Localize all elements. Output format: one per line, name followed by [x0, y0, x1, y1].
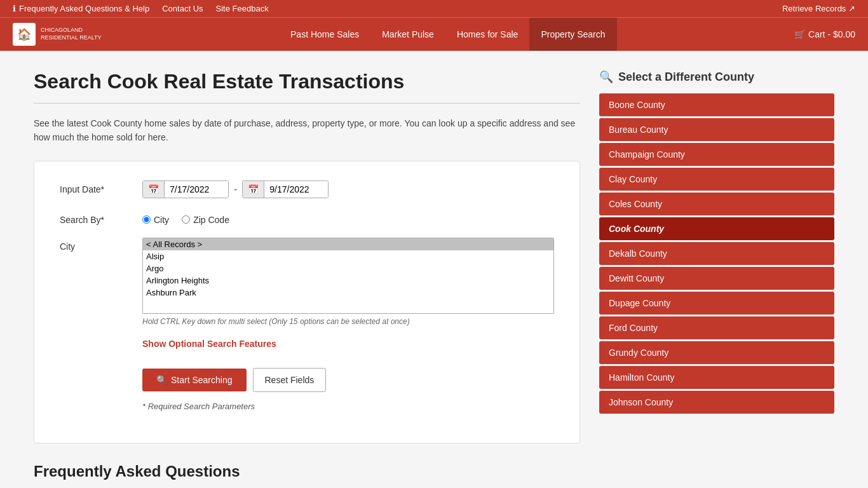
radio-city-text: City — [154, 215, 169, 225]
radio-city-label[interactable]: City — [142, 215, 169, 225]
search-button[interactable]: 🔍 Start Searching — [142, 369, 247, 391]
nav-property-search[interactable]: Property Search — [529, 18, 616, 51]
logo-icon: 🏠 — [13, 23, 36, 46]
city-row: City < All Records > Alsip Argo Arlingto… — [60, 238, 554, 326]
city-option-all[interactable]: < All Records > — [143, 238, 553, 250]
county-dekalb[interactable]: Dekalb County — [599, 242, 834, 265]
county-boone[interactable]: Boone County — [599, 93, 834, 116]
faq-link[interactable]: Frequently Asked Questions & Help — [19, 4, 149, 13]
contact-link[interactable]: Contact Us — [162, 4, 203, 13]
county-hamilton[interactable]: Hamilton County — [599, 366, 834, 389]
nav-homes-for-sale[interactable]: Homes for Sale — [445, 18, 529, 51]
nav-market-pulse[interactable]: Market Pulse — [370, 18, 445, 51]
cart-label: Cart - $0.00 — [808, 29, 855, 39]
faq-link-wrapper: ℹ Frequently Asked Questions & Help — [13, 4, 149, 13]
county-cook[interactable]: Cook County — [599, 217, 834, 240]
county-list: Boone County Bureau County Champaign Cou… — [599, 93, 834, 414]
radio-group: City Zip Code — [142, 211, 554, 225]
search-by-label: Search By* — [60, 211, 142, 225]
button-controls: 🔍 Start Searching Reset Fields * Require… — [142, 362, 554, 411]
radio-zip-text: Zip Code — [193, 215, 229, 225]
city-label: City — [60, 238, 142, 252]
date-from-input[interactable] — [165, 181, 228, 198]
date-range: 📅 - 📅 — [142, 180, 554, 198]
logo: 🏠 CHICAGOLAND RESIDENTIAL REALTY — [13, 18, 102, 51]
city-select[interactable]: < All Records > Alsip Argo Arlington Hei… — [142, 238, 554, 314]
content-wrapper: Search Cook Real Estate Transactions See… — [21, 51, 847, 488]
optional-row: Show Optional Search Features — [60, 339, 554, 349]
search-button-label: Start Searching — [171, 375, 233, 385]
top-bar-left: ℹ Frequently Asked Questions & Help Cont… — [13, 4, 269, 13]
required-note: * Required Search Parameters — [142, 402, 554, 411]
search-by-controls: City Zip Code — [142, 211, 554, 225]
retrieve-records-link[interactable]: Retrieve Records — [782, 4, 846, 13]
nav-links: Past Home Sales Market Pulse Homes for S… — [279, 18, 617, 51]
button-row: 🔍 Start Searching Reset Fields * Require… — [60, 362, 554, 411]
optional-link[interactable]: Show Optional Search Features — [142, 339, 276, 349]
info-icon: ℹ — [13, 4, 16, 13]
faq-title: Frequently Asked Questions — [34, 463, 580, 480]
date-row: Input Date* 📅 - 📅 — [60, 180, 554, 198]
retrieve-records-wrapper: Retrieve Records ↗ — [782, 4, 855, 13]
search-by-row: Search By* City Zip Code — [60, 211, 554, 225]
radio-zip-input[interactable] — [182, 215, 190, 224]
radio-zip-label[interactable]: Zip Code — [182, 215, 229, 225]
search-icon: 🔍 — [156, 375, 167, 385]
top-bar: ℹ Frequently Asked Questions & Help Cont… — [0, 0, 868, 17]
search-form: Input Date* 📅 - 📅 — [34, 161, 580, 444]
date-separator: - — [234, 184, 237, 195]
radio-city-input[interactable] — [142, 215, 151, 224]
county-coles[interactable]: Coles County — [599, 193, 834, 215]
city-controls: < All Records > Alsip Argo Arlington Hei… — [142, 238, 554, 326]
feedback-link[interactable]: Site Feedback — [216, 4, 269, 13]
calendar-from-icon: 📅 — [143, 181, 165, 198]
city-option-alsip[interactable]: Alsip — [143, 250, 553, 262]
date-controls: 📅 - 📅 — [142, 180, 554, 198]
btn-row: 🔍 Start Searching Reset Fields — [142, 368, 554, 392]
nav-past-home-sales[interactable]: Past Home Sales — [279, 18, 370, 51]
city-option-arlington-heights[interactable]: Arlington Heights — [143, 274, 553, 287]
city-option-argo[interactable]: Argo — [143, 262, 553, 274]
county-dewitt[interactable]: Dewitt County — [599, 267, 834, 290]
date-from-wrapper: 📅 — [142, 180, 229, 198]
county-ford[interactable]: Ford County — [599, 316, 834, 339]
page-description: See the latest Cook County home sales by… — [34, 116, 580, 145]
county-champaign[interactable]: Champaign County — [599, 143, 834, 166]
optional-controls: Show Optional Search Features — [142, 339, 554, 349]
sidebar-search-icon: 🔍 — [599, 70, 613, 84]
date-to-wrapper: 📅 — [242, 180, 329, 198]
page-title: Search Cook Real Estate Transactions — [34, 70, 580, 93]
external-link-icon: ↗ — [848, 4, 855, 13]
logo-text: CHICAGOLAND RESIDENTIAL REALTY — [41, 27, 102, 41]
optional-spacer — [60, 339, 142, 342]
city-hint: Hold CTRL Key down for multi select (Onl… — [142, 317, 554, 326]
main-content: Search Cook Real Estate Transactions See… — [34, 70, 580, 488]
reset-button[interactable]: Reset Fields — [253, 368, 327, 392]
date-label: Input Date* — [60, 180, 142, 194]
sidebar-header-text: Select a Different County — [618, 71, 754, 84]
sidebar-header: 🔍 Select a Different County — [599, 70, 834, 84]
cart-icon: 🛒 — [794, 29, 805, 39]
button-spacer — [60, 362, 142, 365]
calendar-to-icon: 📅 — [243, 181, 264, 198]
date-to-input[interactable] — [264, 181, 328, 198]
sidebar: 🔍 Select a Different County Boone County… — [599, 70, 834, 488]
title-divider — [34, 103, 580, 104]
county-clay[interactable]: Clay County — [599, 168, 834, 191]
county-dupage[interactable]: Dupage County — [599, 292, 834, 315]
county-bureau[interactable]: Bureau County — [599, 118, 834, 141]
county-johnson[interactable]: Johnson County — [599, 391, 834, 414]
main-nav: 🏠 CHICAGOLAND RESIDENTIAL REALTY Past Ho… — [0, 17, 868, 51]
city-option-ashburn-park[interactable]: Ashburn Park — [143, 287, 553, 299]
cart[interactable]: 🛒 Cart - $0.00 — [794, 29, 855, 39]
county-grundy[interactable]: Grundy County — [599, 341, 834, 364]
